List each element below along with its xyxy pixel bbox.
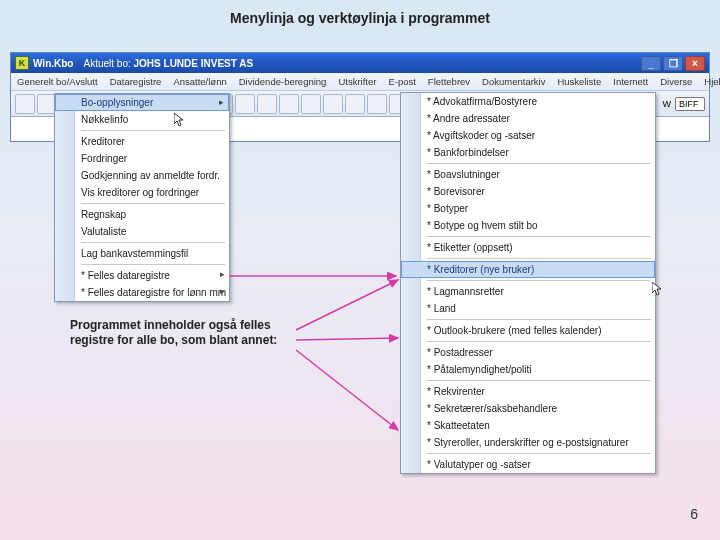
submenu-item[interactable]: * Lagmannsretter: [401, 283, 655, 300]
menu-item[interactable]: Godkjenning av anmeldte fordr.: [55, 167, 229, 184]
submenu-item[interactable]: * Styreroller, underskrifter og e-postsi…: [401, 434, 655, 451]
submenu-item[interactable]: * Bankforbindelser: [401, 144, 655, 161]
page-number: 6: [690, 506, 698, 522]
submenu-item[interactable]: * Postadresser: [401, 344, 655, 361]
titlebar: K Win.Kbo Aktuelt bo: JOHS LUNDE INVEST …: [11, 53, 709, 73]
menu-item[interactable]: Vis kreditorer og fordringer: [55, 184, 229, 201]
menu-item[interactable]: Ansatte/lønn: [171, 75, 228, 88]
submenu-item[interactable]: * Botype og hvem stilt bo: [401, 217, 655, 234]
menu-item[interactable]: Dividende-beregning: [237, 75, 329, 88]
menu-item[interactable]: Fordringer: [55, 150, 229, 167]
toolbar-button[interactable]: [257, 94, 277, 114]
menu-item[interactable]: Bo-opplysninger: [55, 94, 229, 111]
svg-line-3: [296, 350, 398, 430]
close-button[interactable]: ×: [685, 56, 705, 71]
menu-item[interactable]: Huskeliste: [555, 75, 603, 88]
submenu-item[interactable]: * Valutatyper og -satser: [401, 456, 655, 473]
submenu-item[interactable]: * Sekretærer/saksbehandlere: [401, 400, 655, 417]
submenu-item[interactable]: * Andre adressater: [401, 110, 655, 127]
slide-title: Menylinja og verktøylinja i programmet: [0, 10, 720, 26]
submenu-item[interactable]: * Advokatfirma/Bostyrere: [401, 93, 655, 110]
submenu-item[interactable]: * Outlook-brukere (med felles kalender): [401, 322, 655, 339]
restore-button[interactable]: ❐: [663, 56, 683, 71]
submenu-item[interactable]: * Skatteetaten: [401, 417, 655, 434]
submenu-item[interactable]: * Botyper: [401, 200, 655, 217]
toolbar-dropdown[interactable]: [675, 97, 705, 111]
svg-line-1: [296, 280, 398, 330]
cursor-icon: [652, 282, 664, 296]
minimize-button[interactable]: _: [641, 56, 661, 71]
menu-item[interactable]: E-post: [386, 75, 417, 88]
menu-item[interactable]: Regnskap: [55, 206, 229, 223]
toolbar-button[interactable]: [323, 94, 343, 114]
title-prefix: Aktuelt bo:: [83, 58, 130, 69]
submenu-item[interactable]: * Boavslutninger: [401, 166, 655, 183]
menu-item[interactable]: Lag bankavstemmingsfil: [55, 245, 229, 262]
menu-item[interactable]: Nøkkelinfo: [55, 111, 229, 128]
menu-item[interactable]: Dataregistre: [108, 75, 164, 88]
menu-item[interactable]: Utskrifter: [336, 75, 378, 88]
toolbar-button[interactable]: [345, 94, 365, 114]
svg-line-2: [296, 338, 398, 340]
toolbar-label: W: [663, 99, 672, 109]
toolbar-button[interactable]: [301, 94, 321, 114]
menu-item[interactable]: Diverse: [658, 75, 694, 88]
toolbar-button[interactable]: [235, 94, 255, 114]
slide-caption: Programmet inneholder også felles regist…: [70, 318, 300, 348]
submenu-item[interactable]: * Etiketter (oppsett): [401, 239, 655, 256]
title-bo: JOHS LUNDE INVEST AS: [134, 58, 254, 69]
toolbar-button[interactable]: [367, 94, 387, 114]
submenu-item[interactable]: * Rekvirenter: [401, 383, 655, 400]
menu-item[interactable]: Internett: [611, 75, 650, 88]
submenu-item-kreditorer[interactable]: * Kreditorer (nye bruker): [401, 261, 655, 278]
submenu-item[interactable]: * Avgiftskoder og -satser: [401, 127, 655, 144]
menu-item[interactable]: Hjelp: [702, 75, 720, 88]
menu-item[interactable]: Generelt bo/Avslutt: [15, 75, 100, 88]
menubar: Generelt bo/Avslutt Dataregistre Ansatte…: [11, 73, 709, 91]
menu-item[interactable]: * Felles dataregistre for lønn mm: [55, 284, 229, 301]
felles-dataregistre-submenu: * Advokatfirma/Bostyrere * Andre adressa…: [400, 92, 656, 474]
menu-item[interactable]: Flettebrev: [426, 75, 472, 88]
app-logo-icon: K: [15, 56, 29, 70]
submenu-item[interactable]: * Påtalemyndighet/politi: [401, 361, 655, 378]
toolbar-button[interactable]: [279, 94, 299, 114]
menu-item-felles[interactable]: * Felles dataregistre: [55, 267, 229, 284]
toolbar-button[interactable]: [15, 94, 35, 114]
cursor-icon: [174, 113, 186, 127]
menu-item[interactable]: Valutaliste: [55, 223, 229, 240]
submenu-item[interactable]: * Land: [401, 300, 655, 317]
menu-item[interactable]: Kreditorer: [55, 133, 229, 150]
menu-item[interactable]: Dokumentarkiv: [480, 75, 547, 88]
submenu-item[interactable]: * Borevisorer: [401, 183, 655, 200]
dataregistre-menu: Bo-opplysninger Nøkkelinfo Kreditorer Fo…: [54, 93, 230, 302]
app-name: Win.Kbo: [33, 58, 73, 69]
